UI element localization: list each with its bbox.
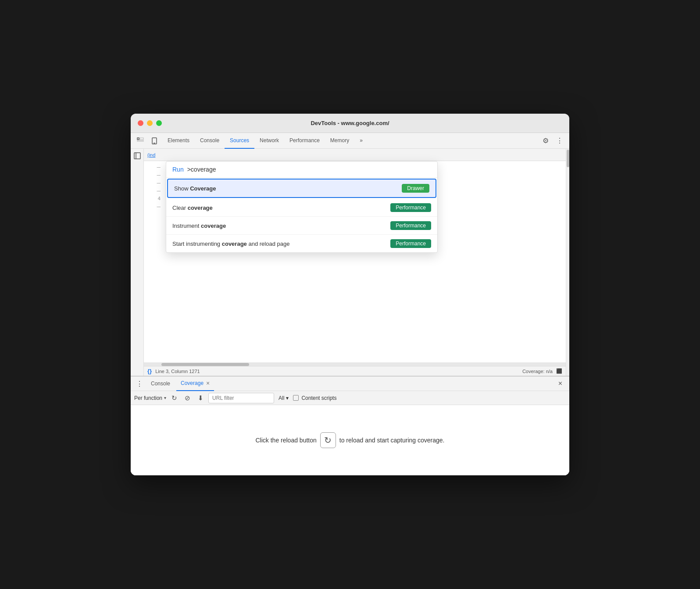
tab-memory[interactable]: Memory [325,133,354,149]
svg-rect-0 [137,138,139,140]
coverage-empty-before: Click the reload button [255,437,316,444]
coverage-empty-after: to reload and start capturing coverage. [339,437,445,444]
drawer-tabbar: ⋮ Console Coverage × × [131,376,569,391]
command-tag-drawer: Drawer [402,184,429,193]
close-button[interactable] [138,120,143,126]
content-scripts-text: Content scripts [301,395,336,401]
devtools-window: DevTools - www.google.com/ Elements Cons… [131,114,569,475]
device-icon[interactable] [148,135,161,147]
devtools-toolbar: Elements Console Sources Network Perform… [131,133,569,149]
command-item-text-3: Instrument coverage [172,223,390,229]
command-input-row: Run >coverage [166,162,437,178]
sidebar-toggle-icon[interactable] [132,151,143,161]
command-palette[interactable]: Run >coverage Show Coverage Drawer [166,161,438,253]
command-item-show-coverage[interactable]: Show Coverage Drawer [167,179,436,198]
command-tag-performance-1: Performance [390,203,431,212]
coverage-status: Coverage: n/a [522,369,553,374]
drawer-close-all-icon[interactable]: × [555,380,566,388]
command-item-clear-coverage[interactable]: Clear coverage Performance [166,199,437,217]
toolbar-right: ⚙ ⋮ [539,135,566,147]
run-label: Run [172,166,184,173]
svg-rect-1 [140,138,143,140]
drawer-tab-coverage[interactable]: Coverage × [176,376,214,391]
scrollbar-v-thumb[interactable] [567,150,569,167]
sidebar [131,149,144,376]
all-label: All [279,395,284,401]
command-query: >coverage [187,166,216,173]
all-arrow-icon: ▾ [286,395,289,401]
traffic-lights [138,120,162,126]
command-tag-performance-3: Performance [390,239,431,248]
command-item-text-1: Show Coverage [174,185,402,192]
per-function-label: Per function [134,395,162,401]
coverage-toolbar: Per function ▾ ↻ ⊘ ⬇ All ▾ Content scrip… [131,391,569,405]
svg-rect-2 [137,140,143,141]
titlebar: DevTools - www.google.com/ [131,114,569,133]
command-item-text-4: Start instrumenting coverage and reload … [172,241,390,247]
per-function-arrow-icon: ▾ [164,395,166,400]
tab-network[interactable]: Network [254,133,284,149]
settings-icon[interactable]: ⚙ [539,135,552,147]
devtools-body: Elements Console Sources Network Perform… [131,133,569,475]
source-tab-label[interactable]: (ind [147,152,155,158]
per-function-dropdown[interactable]: Per function ▾ [134,395,166,401]
drawer-tab-console-label: Console [151,381,170,387]
window-title: DevTools - www.google.com/ [311,120,389,126]
source-panel: (ind – – [144,149,569,376]
tab-more[interactable]: » [354,133,368,149]
clear-coverage-icon[interactable]: ⊘ [182,393,193,403]
svg-rect-5 [134,153,140,159]
content-scripts-checkbox[interactable] [293,395,299,401]
coverage-tab-close-icon[interactable]: × [206,380,210,386]
tab-sources[interactable]: Sources [225,133,254,149]
main-area: (ind – – [131,149,569,376]
coverage-empty-state: Click the reload button ↻ to reload and … [131,405,569,475]
coverage-reload-icon: ↻ [324,435,332,445]
drawer-tab-coverage-label: Coverage [181,380,204,386]
all-dropdown[interactable]: All ▾ [277,395,290,401]
pretty-print-icon[interactable]: {} [147,368,152,374]
coverage-reload-icon-box[interactable]: ↻ [320,432,336,448]
drawer-more-icon[interactable]: ⋮ [134,378,145,389]
inspect-icon[interactable] [134,135,146,147]
reload-coverage-icon[interactable]: ↻ [169,393,179,403]
content-scripts-label[interactable]: Content scripts [293,395,336,401]
tab-bar: Elements Console Sources Network Perform… [162,133,538,149]
status-bar: {} Line 3, Column 1271 Coverage: n/a ⬛ [144,366,566,376]
more-options-icon[interactable]: ⋮ [554,135,566,147]
command-item-start-instrumenting[interactable]: Start instrumenting coverage and reload … [166,235,437,252]
command-item-instrument-coverage[interactable]: Instrument coverage Performance [166,217,437,235]
tab-performance[interactable]: Performance [284,133,325,149]
maximize-button[interactable] [156,120,162,126]
command-item-text-2: Clear coverage [172,205,390,211]
horizontal-scrollbar[interactable] [144,363,566,366]
scrollbar-h-thumb[interactable] [161,363,249,366]
source-header: (ind [144,149,566,161]
tab-console[interactable]: Console [195,133,225,149]
drawer-panel: ⋮ Console Coverage × × Per function ▾ ↻ … [131,376,569,475]
download-coverage-icon[interactable]: ⬇ [195,393,206,403]
right-scrollbar[interactable] [566,149,569,376]
minimize-button[interactable] [147,120,153,126]
tab-elements[interactable]: Elements [162,133,195,149]
line-col-status: Line 3, Column 1271 [155,369,200,374]
url-filter-input[interactable] [208,393,274,403]
drawer-tab-console[interactable]: Console [146,376,175,391]
command-tag-performance-2: Performance [390,221,431,230]
screenshot-icon[interactable]: ⬛ [556,368,562,374]
